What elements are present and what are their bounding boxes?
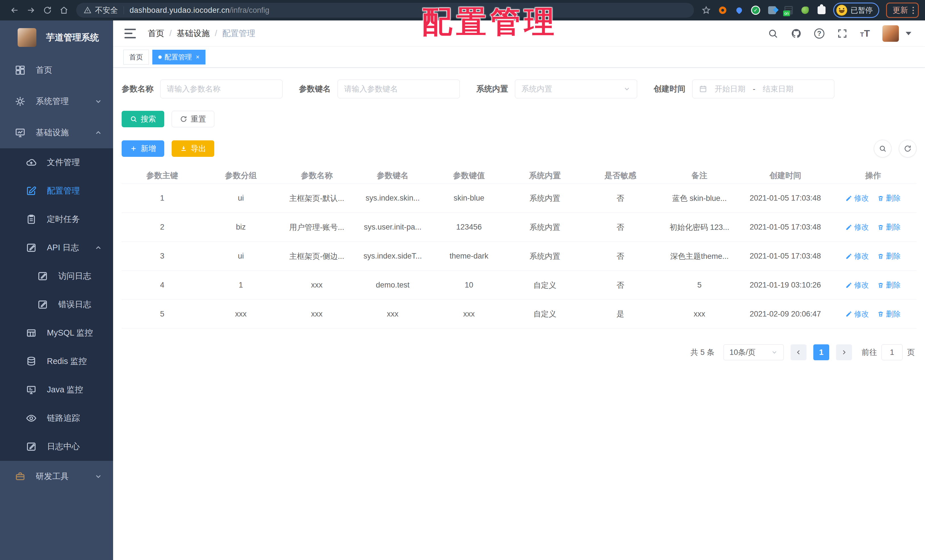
filter-actions: 搜索 重置 — [122, 111, 916, 127]
not-secure-warning-icon — [84, 6, 92, 14]
add-button[interactable]: 新增 — [122, 140, 164, 157]
col-create-time: 创建时间 — [741, 170, 830, 181]
browser-home-button[interactable] — [56, 3, 72, 17]
help-icon[interactable]: ? — [814, 29, 824, 39]
extension-on-badge-icon[interactable]: on — [784, 5, 794, 15]
col-param-value: 参数键值 — [431, 170, 507, 181]
chevron-down-icon — [94, 98, 102, 105]
navbar-actions: ? TT — [768, 25, 911, 42]
reset-button[interactable]: 重置 — [172, 111, 214, 127]
search-icon — [879, 145, 887, 152]
forward-icon — [26, 6, 36, 15]
prev-page-button[interactable] — [791, 344, 806, 360]
sidebar-item-mysql-monitor[interactable]: MySQL 监控 — [0, 319, 113, 347]
sidebar-item-infrastructure[interactable]: 基础设施 — [0, 117, 113, 148]
date-range-picker[interactable]: 开始日期 - 结束日期 — [692, 80, 835, 98]
sidebar-item-file-management[interactable]: 文件管理 — [0, 148, 113, 177]
sidebar-logo[interactable]: 芋道管理系统 — [0, 21, 113, 54]
edit-row-button[interactable]: 修改 — [845, 222, 869, 232]
paused-label: 已暂停 — [851, 5, 873, 15]
tab-home[interactable]: 首页 — [124, 50, 149, 65]
goto-page-input[interactable] — [881, 344, 902, 360]
breadcrumb-current: 配置管理 — [222, 28, 255, 39]
browser-forward-button[interactable] — [23, 3, 39, 17]
breadcrumb-infrastructure[interactable]: 基础设施 — [177, 28, 210, 39]
bookmark-star-icon[interactable] — [701, 5, 711, 15]
chevron-right-icon — [841, 349, 847, 355]
edit-row-button[interactable]: 修改 — [845, 193, 869, 203]
refresh-table-button[interactable] — [899, 140, 916, 157]
table-row[interactable]: 3 ui 主框架页-侧边... sys.index.sideT... theme… — [122, 241, 916, 271]
table-row[interactable]: 2 biz 用户管理-账号... sys.user.init-pa... 123… — [122, 212, 916, 241]
extension-green-check-icon[interactable]: ✓ — [751, 5, 761, 15]
trash-icon — [877, 282, 884, 289]
delete-row-button[interactable]: 删除 — [877, 222, 901, 232]
table-row[interactable]: 1 ui 主框架页-默认... sys.index.skin... skin-b… — [122, 184, 916, 212]
address-bar[interactable]: 不安全 dashboard.yudao.iocoder.cn /infra/co… — [76, 3, 694, 18]
sidebar-item-dev-tools[interactable]: 研发工具 — [0, 461, 113, 492]
delete-row-button[interactable]: 删除 — [877, 280, 901, 290]
tab-config-management[interactable]: 配置管理 × — [152, 50, 205, 65]
plus-icon — [130, 145, 137, 152]
url-host: dashboard.yudao.iocoder.cn — [130, 6, 230, 15]
sidebar-item-log-center[interactable]: 日志中心 — [0, 432, 113, 461]
delete-row-button[interactable]: 删除 — [877, 309, 901, 319]
total-count: 共 5 条 — [690, 347, 714, 357]
browser-menu-icon[interactable] — [913, 7, 914, 14]
sidebar-item-scheduled-tasks[interactable]: 定时任务 — [0, 205, 113, 233]
fullscreen-icon[interactable] — [837, 28, 848, 39]
date-start-placeholder: 开始日期 — [715, 84, 746, 94]
sidebar-item-api-logs[interactable]: API 日志 — [0, 233, 113, 262]
sidebar-item-error-logs[interactable]: 错误日志 — [0, 291, 113, 319]
breadcrumb-home[interactable]: 首页 — [148, 28, 164, 39]
sidebar-submenu-infrastructure: 文件管理 配置管理 定时任务 API 日志 — [0, 148, 113, 461]
export-button[interactable]: 导出 — [172, 140, 214, 157]
dashboard-grid-icon — [15, 65, 26, 75]
browser-update-button[interactable]: 更新 — [886, 3, 919, 18]
toggle-search-button[interactable] — [874, 140, 892, 157]
param-name-input[interactable] — [160, 80, 282, 98]
sidebar-item-tracing[interactable]: 链路追踪 — [0, 404, 113, 432]
clipboard-icon — [26, 214, 37, 225]
browser-back-button[interactable] — [6, 3, 23, 17]
page-size-select[interactable]: 10条/页 — [723, 344, 784, 360]
extension-blue-pin-icon[interactable] — [734, 5, 744, 15]
user-avatar[interactable] — [882, 25, 899, 42]
refresh-icon — [180, 115, 187, 123]
next-page-button[interactable] — [836, 344, 852, 360]
edit-row-button[interactable]: 修改 — [845, 309, 869, 319]
table-row[interactable]: 4 1 xxx demo.test 10 自定义 否 5 2021-01-19 … — [122, 271, 916, 300]
font-size-icon[interactable]: TT — [860, 28, 870, 39]
extension-green-sprout-icon[interactable] — [800, 5, 810, 15]
system-builtin-select[interactable]: 系统内置 — [515, 80, 637, 98]
sidebar-item-access-logs[interactable]: 访问日志 — [0, 262, 113, 291]
github-icon[interactable] — [791, 28, 801, 39]
extension-white-puzzle-icon[interactable] — [817, 5, 826, 15]
sidebar-item-config-management[interactable]: 配置管理 — [0, 177, 113, 205]
edit-row-button[interactable]: 修改 — [845, 251, 869, 261]
delete-row-button[interactable]: 删除 — [877, 251, 901, 261]
param-key-input[interactable] — [337, 80, 460, 98]
trash-icon — [877, 310, 884, 318]
sidebar-toggle-button[interactable] — [125, 29, 136, 38]
sidebar-item-java-monitor[interactable]: Java 监控 — [0, 376, 113, 404]
browser-reload-button[interactable] — [39, 3, 56, 17]
search-button[interactable]: 搜索 — [122, 111, 164, 127]
database-stack-icon — [26, 356, 37, 367]
sidebar-item-system-management[interactable]: 系统管理 — [0, 86, 113, 117]
avatar-caret-down-icon[interactable] — [906, 32, 911, 35]
sidebar-item-home[interactable]: 首页 — [0, 54, 113, 86]
close-tab-icon[interactable]: × — [196, 53, 199, 61]
delete-row-button[interactable]: 删除 — [877, 193, 901, 203]
main-area: 首页 / 基础设施 / 配置管理 ? TT — [113, 21, 925, 560]
sidebar-item-redis-monitor[interactable]: Redis 监控 — [0, 347, 113, 376]
table-row[interactable]: 5 xxx xxx xxx xxx 自定义 是 xxx 2021-02-09 2… — [122, 300, 916, 328]
profile-paused-badge[interactable]: 已暂停 — [833, 3, 879, 18]
chevron-down-icon — [771, 349, 778, 356]
search-icon[interactable] — [768, 28, 778, 39]
app-title: 芋道管理系统 — [46, 32, 99, 44]
extension-orange-donut-icon[interactable] — [718, 5, 728, 15]
extension-puzzle-blue-icon[interactable] — [767, 5, 777, 15]
edit-row-button[interactable]: 修改 — [845, 280, 869, 290]
current-page-button[interactable]: 1 — [814, 344, 829, 360]
